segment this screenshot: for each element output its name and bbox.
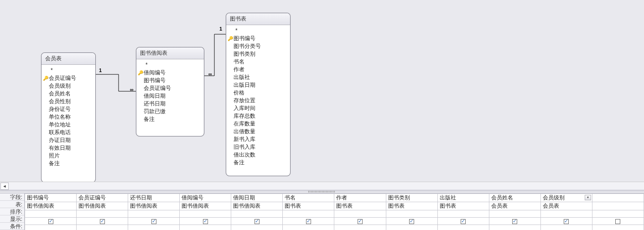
grid-table-cell[interactable]: 图书表 bbox=[386, 202, 437, 210]
field-item[interactable]: 新书入库 bbox=[226, 136, 290, 143]
grid-sort-cell[interactable] bbox=[283, 210, 334, 218]
field-item[interactable]: 会员级别 bbox=[42, 82, 95, 90]
grid-field-cell[interactable]: 借阅日期 bbox=[231, 194, 283, 202]
field-item[interactable]: 单位地址 bbox=[42, 121, 95, 129]
show-checkbox[interactable] bbox=[461, 219, 466, 224]
grid-show-cell[interactable] bbox=[283, 218, 334, 225]
field-item[interactable]: 备注 bbox=[136, 115, 204, 123]
grid-show-cell[interactable] bbox=[25, 218, 77, 225]
grid-table-cell[interactable]: 图书表 bbox=[437, 202, 489, 210]
grid-criteria-cell[interactable] bbox=[540, 225, 592, 230]
grid-criteria-cell[interactable] bbox=[283, 225, 334, 230]
grid-table-cell[interactable]: 图书借阅表 bbox=[25, 202, 77, 210]
grid-field-cell[interactable]: 借阅编号 bbox=[180, 194, 231, 202]
grid-sort-cell[interactable] bbox=[25, 210, 77, 218]
table-field-list[interactable]: *🔑会员证编号会员级别会员姓名会员性别身份证号单位名称单位地址联系电话办证日期有… bbox=[42, 65, 95, 183]
grid-show-cell[interactable] bbox=[180, 218, 231, 225]
field-item[interactable]: 出版社 bbox=[226, 73, 290, 81]
table-book[interactable]: 图书表 *🔑图书编号图书分类号图书类别书名作者出版社出版日期价格存放位置入库时间… bbox=[226, 13, 291, 176]
grid-sort-cell[interactable] bbox=[180, 210, 231, 218]
field-item[interactable]: 🔑会员证编号 bbox=[42, 74, 95, 82]
field-item[interactable]: 身份证号 bbox=[42, 105, 95, 113]
grid-table-cell[interactable]: 图书表 bbox=[334, 202, 386, 210]
grid-criteria-cell[interactable] bbox=[25, 225, 77, 230]
grid-field-cell[interactable]: 会员级别▾ bbox=[540, 194, 592, 202]
grid-show-cell[interactable] bbox=[231, 218, 283, 225]
field-item[interactable]: 备注 bbox=[42, 160, 95, 167]
field-item[interactable]: 会员证编号 bbox=[136, 84, 204, 92]
grid-criteria-cell[interactable] bbox=[437, 225, 489, 230]
field-item[interactable]: 旧书入库 bbox=[226, 143, 290, 151]
grid-field-cell[interactable]: 会员姓名 bbox=[489, 194, 540, 202]
grid-field-cell[interactable]: 图书类别 bbox=[386, 194, 437, 202]
table-title[interactable]: 图书表 bbox=[226, 13, 290, 25]
grid-field-cell[interactable]: 会员证编号 bbox=[77, 194, 128, 202]
grid-table-cell[interactable]: 图书借阅表 bbox=[77, 202, 128, 210]
grid-field-cell[interactable]: 书名 bbox=[283, 194, 334, 202]
field-item[interactable]: 作者 bbox=[226, 66, 290, 73]
table-borrow[interactable]: 图书借阅表 *🔑借阅编号图书编号会员证编号借阅日期还书日期罚款已缴备注 bbox=[136, 47, 204, 136]
grid-criteria-cell[interactable] bbox=[334, 225, 386, 230]
grid-sort-cell[interactable] bbox=[334, 210, 386, 218]
field-item[interactable]: 图书编号 bbox=[136, 77, 204, 84]
show-checkbox[interactable] bbox=[254, 219, 260, 224]
grid-show-cell[interactable] bbox=[386, 218, 437, 225]
show-checkbox[interactable] bbox=[512, 219, 517, 224]
grid-sort-cell[interactable] bbox=[77, 210, 128, 218]
grid-show-cell[interactable] bbox=[334, 218, 386, 225]
field-item[interactable]: 图书类别 bbox=[226, 50, 290, 58]
nav-prev-button[interactable]: ◄ bbox=[0, 183, 9, 190]
grid-criteria-cell[interactable] bbox=[592, 225, 644, 230]
grid-sort-cell[interactable] bbox=[128, 210, 180, 218]
grid-criteria-cell[interactable] bbox=[489, 225, 540, 230]
grid-criteria-cell[interactable] bbox=[77, 225, 128, 230]
grid-table-cell[interactable]: 图书借阅表 bbox=[231, 202, 283, 210]
show-checkbox[interactable] bbox=[203, 219, 208, 224]
query-design-surface[interactable]: 1 ∞ ∞ 1 会员表 *🔑会员证编号会员级别会员姓名会员性别身份证号单位名称单… bbox=[0, 0, 644, 182]
field-item[interactable]: 存放位置 bbox=[226, 97, 290, 105]
grid-criteria-cell[interactable] bbox=[231, 225, 283, 230]
grid-sort-cell[interactable] bbox=[231, 210, 283, 218]
grid-table[interactable]: 图书编号会员证编号还书日期借阅编号借阅日期书名作者图书类别出版社会员姓名会员级别… bbox=[25, 193, 644, 230]
field-item[interactable]: 还书日期 bbox=[136, 100, 204, 108]
table-field-list[interactable]: *🔑借阅编号图书编号会员证编号借阅日期还书日期罚款已缴备注 bbox=[136, 59, 204, 136]
grid-criteria-cell[interactable] bbox=[386, 225, 437, 230]
grid-show-cell[interactable] bbox=[489, 218, 540, 225]
grid-criteria-cell[interactable] bbox=[180, 225, 231, 230]
grid-table-cell[interactable]: 图书借阅表 bbox=[180, 202, 231, 210]
field-item[interactable]: * bbox=[136, 61, 204, 69]
grid-field-cell[interactable]: 出版社 bbox=[437, 194, 489, 202]
grid-field-cell[interactable] bbox=[592, 194, 644, 202]
grid-field-cell[interactable]: 图书编号 bbox=[25, 194, 77, 202]
grid-sort-cell[interactable] bbox=[540, 210, 592, 218]
table-member[interactable]: 会员表 *🔑会员证编号会员级别会员姓名会员性别身份证号单位名称单位地址联系电话办… bbox=[41, 52, 96, 183]
grid-table-cell[interactable]: 会员表 bbox=[540, 202, 592, 210]
show-checkbox[interactable] bbox=[358, 219, 363, 224]
grid-show-cell[interactable] bbox=[540, 218, 592, 225]
field-item[interactable]: 会员姓名 bbox=[42, 90, 95, 98]
field-item[interactable]: 单位名称 bbox=[42, 113, 95, 121]
show-checkbox[interactable] bbox=[100, 219, 105, 224]
field-item[interactable]: * bbox=[226, 27, 290, 35]
field-item[interactable]: 🔑借阅编号 bbox=[136, 69, 204, 77]
field-item[interactable]: 罚款已缴 bbox=[136, 108, 204, 115]
show-checkbox[interactable] bbox=[409, 219, 414, 224]
field-item[interactable]: 图书分类号 bbox=[226, 42, 290, 50]
grid-sort-cell[interactable] bbox=[386, 210, 437, 218]
field-item[interactable]: * bbox=[42, 67, 95, 74]
grid-table-cell[interactable] bbox=[592, 202, 644, 210]
grid-table-cell[interactable]: 图书表 bbox=[283, 202, 334, 210]
grid-table-cell[interactable]: 图书借阅表 bbox=[128, 202, 180, 210]
field-item[interactable]: 库存总数 bbox=[226, 112, 290, 120]
grid-show-cell[interactable] bbox=[77, 218, 128, 225]
grid-sort-cell[interactable] bbox=[489, 210, 540, 218]
grid-criteria-cell[interactable] bbox=[128, 225, 180, 230]
grid-sort-cell[interactable] bbox=[592, 210, 644, 218]
table-title[interactable]: 图书借阅表 bbox=[136, 47, 204, 59]
field-item[interactable]: 有效日期 bbox=[42, 144, 95, 152]
field-item[interactable]: 出版日期 bbox=[226, 81, 290, 89]
show-checkbox[interactable] bbox=[151, 219, 156, 224]
field-item[interactable]: 借阅日期 bbox=[136, 92, 204, 100]
grid-sort-cell[interactable] bbox=[437, 210, 489, 218]
show-checkbox[interactable] bbox=[564, 219, 569, 224]
